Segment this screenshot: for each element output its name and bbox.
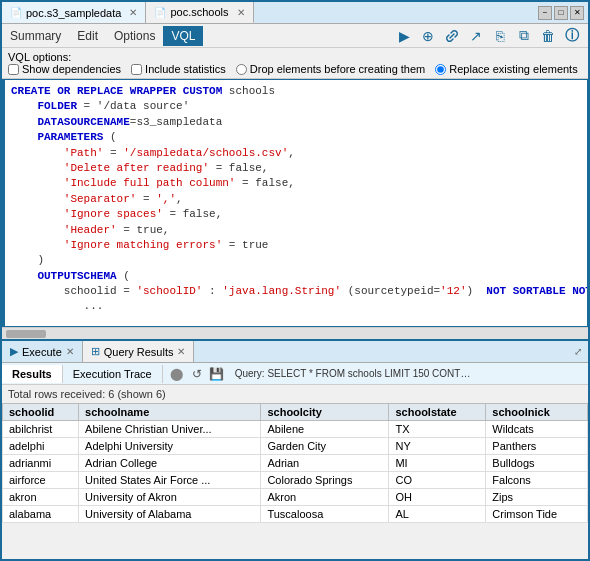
delete-icon[interactable]: 🗑	[538, 26, 558, 46]
replace-radio-option: Replace existing elements	[435, 63, 577, 75]
cell-schoolstate: CO	[389, 472, 486, 489]
show-deps-checkbox[interactable]	[8, 64, 19, 75]
add-icon[interactable]: ⊕	[418, 26, 438, 46]
title-bar: 📄 poc.s3_sampledata ✕ 📄 poc.schools ✕ − …	[2, 2, 588, 24]
drop-radio-option: Drop elements before creating them	[236, 63, 425, 75]
execute-tab-close[interactable]: ✕	[66, 346, 74, 357]
replace-radio[interactable]	[435, 64, 446, 75]
panel-tabs-bar: ▶ Execute ✕ ⊞ Query Results ✕ ⤢	[2, 341, 588, 363]
results-tab-icon: ⊞	[91, 345, 100, 358]
run-icon[interactable]: ▶	[394, 26, 414, 46]
paste-icon[interactable]: ⧉	[514, 26, 534, 46]
cell-schoolnick: Panthers	[486, 438, 588, 455]
cell-schoolstate: OH	[389, 489, 486, 506]
cell-schoolnick: Wildcats	[486, 421, 588, 438]
include-stats-option: Include statistics	[131, 63, 226, 75]
cell-schoolstate: TX	[389, 421, 486, 438]
copy-icon[interactable]: ⎘	[490, 26, 510, 46]
cell-schoolname: United States Air Force ...	[79, 472, 261, 489]
cell-schoolid: alabama	[3, 506, 79, 523]
total-rows-label: Total rows received: 6 (shown 6)	[2, 385, 588, 403]
code-line-6: 'Include full path column' = false,	[11, 176, 581, 191]
query-results-panel-tab[interactable]: ⊞ Query Results ✕	[83, 341, 195, 362]
cell-schoolcity: Colorado Springs	[261, 472, 389, 489]
table-row[interactable]: adelphiAdelphi UniversityGarden CityNYPa…	[3, 438, 588, 455]
include-stats-label: Include statistics	[145, 63, 226, 75]
code-line-8: 'Ignore spaces' = false,	[11, 207, 581, 222]
col-schoolname[interactable]: schoolname	[79, 404, 261, 421]
tab-poc-s3[interactable]: 📄 poc.s3_sampledata ✕	[2, 2, 146, 23]
tab-close-s3[interactable]: ✕	[129, 7, 137, 18]
cell-schoolstate: MI	[389, 455, 486, 472]
menu-edit[interactable]: Edit	[69, 26, 106, 46]
code-line-4: 'Path' = '/sampledata/schools.csv',	[11, 146, 581, 161]
code-line-3: PARAMETERS (	[11, 130, 581, 145]
window-controls: − □ ✕	[534, 2, 588, 23]
col-schoolnick[interactable]: schoolnick	[486, 404, 588, 421]
menu-vql[interactable]: VQL	[163, 26, 203, 46]
table-row[interactable]: adrianmiAdrian CollegeAdrianMIBulldogs	[3, 455, 588, 472]
panel-expand-icon[interactable]: ⤢	[568, 346, 588, 357]
cell-schoolcity: Tuscaloosa	[261, 506, 389, 523]
cell-schoolid: abilchrist	[3, 421, 79, 438]
cell-schoolname: University of Alabama	[79, 506, 261, 523]
table-row[interactable]: akronUniversity of AkronAkronOHZips	[3, 489, 588, 506]
code-line-7: 'Separator' = ',',	[11, 192, 581, 207]
col-schoolid[interactable]: schoolid	[3, 404, 79, 421]
export-icon[interactable]: ↗	[466, 26, 486, 46]
main-window: 📄 poc.s3_sampledata ✕ 📄 poc.schools ✕ − …	[0, 0, 590, 561]
show-deps-option: Show dependencies	[8, 63, 121, 75]
minimize-button[interactable]: −	[538, 6, 552, 20]
table-header-row: schoolid schoolname schoolcity schoolsta…	[3, 404, 588, 421]
h-scrollbar[interactable]	[2, 327, 588, 339]
tab-close-schools[interactable]: ✕	[237, 7, 245, 18]
cell-schoolnick: Falcons	[486, 472, 588, 489]
results-tab-results[interactable]: Results	[2, 365, 63, 383]
col-schoolcity[interactable]: schoolcity	[261, 404, 389, 421]
cell-schoolname: Adrian College	[79, 455, 261, 472]
results-tab-trace[interactable]: Execution Trace	[63, 365, 163, 383]
vql-options-row: Show dependencies Include statistics Dro…	[8, 63, 582, 75]
results-tab-close[interactable]: ✕	[177, 346, 185, 357]
query-results-tab-label: Query Results	[104, 346, 174, 358]
menu-options[interactable]: Options	[106, 26, 163, 46]
execute-panel-tab[interactable]: ▶ Execute ✕	[2, 341, 83, 362]
results-subtabs: Results Execution Trace ⬤ ↺ 💾 Query: SEL…	[2, 363, 588, 385]
show-deps-label: Show dependencies	[22, 63, 121, 75]
tab-poc-schools[interactable]: 📄 poc.schools ✕	[146, 2, 253, 23]
results-table: schoolid schoolname schoolcity schoolsta…	[2, 403, 588, 523]
tab-label-s3: poc.s3_sampledata	[26, 7, 121, 19]
results-table-container[interactable]: schoolid schoolname schoolcity schoolsta…	[2, 403, 588, 559]
code-line-14: ...	[11, 299, 581, 314]
vql-options: VQL options: Show dependencies Include s…	[2, 48, 588, 79]
tab-icon-s3: 📄	[10, 7, 22, 18]
info-icon[interactable]: ⓘ	[562, 26, 582, 46]
menu-summary[interactable]: Summary	[2, 26, 69, 46]
code-line-10: 'Ignore matching errors' = true	[11, 238, 581, 253]
h-scroll-thumb[interactable]	[6, 330, 46, 338]
menu-bar: Summary Edit Options VQL ▶ ⊕ ↗ ⎘ ⧉ 🗑 ⓘ	[2, 24, 588, 48]
code-line-9: 'Header' = true,	[11, 223, 581, 238]
results-controls: ⬤ ↺ 💾	[163, 366, 231, 382]
refresh-icon[interactable]: ↺	[189, 366, 205, 382]
drop-radio[interactable]	[236, 64, 247, 75]
maximize-button[interactable]: □	[554, 6, 568, 20]
table-row[interactable]: alabamaUniversity of AlabamaTuscaloosaAL…	[3, 506, 588, 523]
table-row[interactable]: airforceUnited States Air Force ...Color…	[3, 472, 588, 489]
link-icon[interactable]	[442, 26, 462, 46]
stop-icon[interactable]: ⬤	[169, 366, 185, 382]
col-schoolstate[interactable]: schoolstate	[389, 404, 486, 421]
cell-schoolnick: Zips	[486, 489, 588, 506]
vql-options-label: VQL options:	[8, 51, 71, 63]
close-button[interactable]: ✕	[570, 6, 584, 20]
cell-schoolname: University of Akron	[79, 489, 261, 506]
table-row[interactable]: abilchristAbilene Christian Univer...Abi…	[3, 421, 588, 438]
save-icon[interactable]: 💾	[209, 366, 225, 382]
execute-tab-icon: ▶	[10, 345, 18, 358]
tab-label-schools: poc.schools	[170, 6, 228, 18]
cell-schoolcity: Akron	[261, 489, 389, 506]
code-editor[interactable]: CREATE OR REPLACE WRAPPER CUSTOM schools…	[2, 79, 588, 327]
cell-schoolid: airforce	[3, 472, 79, 489]
include-stats-checkbox[interactable]	[131, 64, 142, 75]
cell-schoolname: Adelphi University	[79, 438, 261, 455]
